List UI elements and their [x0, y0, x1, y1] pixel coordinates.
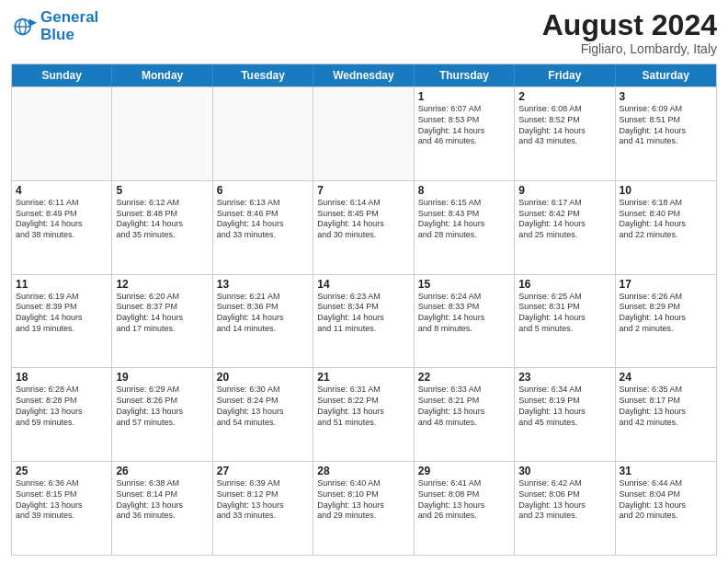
- day-info: Sunrise: 6:40 AM Sunset: 8:10 PM Dayligh…: [317, 478, 409, 522]
- day-cell-12: 12Sunrise: 6:20 AM Sunset: 8:37 PM Dayli…: [112, 275, 212, 368]
- empty-cell-0-3: [313, 87, 414, 180]
- day-cell-2: 2Sunrise: 6:08 AM Sunset: 8:52 PM Daylig…: [515, 87, 615, 180]
- day-info: Sunrise: 6:44 AM Sunset: 8:04 PM Dayligh…: [620, 478, 712, 522]
- day-number: 7: [317, 184, 409, 197]
- day-cell-8: 8Sunrise: 6:15 AM Sunset: 8:43 PM Daylig…: [415, 181, 515, 274]
- day-info: Sunrise: 6:31 AM Sunset: 8:22 PM Dayligh…: [317, 385, 409, 428]
- empty-cell-0-0: [12, 87, 112, 180]
- logo: General Blue: [11, 9, 98, 43]
- day-number: 11: [16, 278, 108, 291]
- day-cell-13: 13Sunrise: 6:21 AM Sunset: 8:36 PM Dayli…: [213, 275, 313, 368]
- day-number: 17: [620, 278, 712, 291]
- day-info: Sunrise: 6:17 AM Sunset: 8:42 PM Dayligh…: [518, 198, 610, 241]
- day-info: Sunrise: 6:18 AM Sunset: 8:40 PM Dayligh…: [620, 198, 712, 241]
- day-cell-9: 9Sunrise: 6:17 AM Sunset: 8:42 PM Daylig…: [515, 181, 615, 274]
- header-cell-monday: Monday: [112, 64, 212, 86]
- day-info: Sunrise: 6:20 AM Sunset: 8:37 PM Dayligh…: [116, 292, 208, 335]
- day-cell-29: 29Sunrise: 6:41 AM Sunset: 8:08 PM Dayli…: [415, 462, 515, 555]
- day-info: Sunrise: 6:33 AM Sunset: 8:21 PM Dayligh…: [418, 385, 510, 428]
- day-cell-10: 10Sunrise: 6:18 AM Sunset: 8:40 PM Dayli…: [616, 181, 716, 274]
- day-info: Sunrise: 6:34 AM Sunset: 8:19 PM Dayligh…: [518, 385, 610, 428]
- day-info: Sunrise: 6:42 AM Sunset: 8:06 PM Dayligh…: [518, 478, 610, 522]
- day-number: 25: [16, 465, 108, 477]
- week-row-1: 4Sunrise: 6:11 AM Sunset: 8:49 PM Daylig…: [12, 180, 716, 274]
- day-cell-18: 18Sunrise: 6:28 AM Sunset: 8:28 PM Dayli…: [12, 368, 112, 461]
- day-number: 15: [418, 278, 510, 291]
- day-cell-31: 31Sunrise: 6:44 AM Sunset: 8:04 PM Dayli…: [616, 462, 716, 555]
- header-cell-tuesday: Tuesday: [213, 64, 313, 86]
- day-number: 1: [418, 90, 510, 103]
- header-cell-wednesday: Wednesday: [313, 64, 414, 86]
- calendar: SundayMondayTuesdayWednesdayThursdayFrid…: [11, 63, 717, 556]
- day-info: Sunrise: 6:25 AM Sunset: 8:31 PM Dayligh…: [518, 292, 610, 335]
- header-cell-sunday: Sunday: [12, 64, 112, 86]
- location: Figliaro, Lombardy, Italy: [542, 41, 717, 56]
- day-info: Sunrise: 6:39 AM Sunset: 8:12 PM Dayligh…: [217, 478, 309, 522]
- logo-text: General Blue: [40, 9, 98, 43]
- day-info: Sunrise: 6:29 AM Sunset: 8:26 PM Dayligh…: [116, 385, 208, 428]
- day-cell-27: 27Sunrise: 6:39 AM Sunset: 8:12 PM Dayli…: [213, 462, 313, 555]
- day-cell-24: 24Sunrise: 6:35 AM Sunset: 8:17 PM Dayli…: [616, 368, 716, 461]
- day-cell-6: 6Sunrise: 6:13 AM Sunset: 8:46 PM Daylig…: [213, 181, 313, 274]
- logo-icon: [11, 14, 37, 40]
- day-number: 30: [518, 465, 610, 477]
- day-cell-21: 21Sunrise: 6:31 AM Sunset: 8:22 PM Dayli…: [313, 368, 414, 461]
- header-cell-friday: Friday: [515, 64, 615, 86]
- day-info: Sunrise: 6:08 AM Sunset: 8:52 PM Dayligh…: [518, 104, 610, 147]
- day-number: 14: [317, 278, 409, 291]
- day-cell-5: 5Sunrise: 6:12 AM Sunset: 8:48 PM Daylig…: [112, 181, 212, 274]
- day-number: 5: [116, 184, 208, 197]
- day-info: Sunrise: 6:36 AM Sunset: 8:15 PM Dayligh…: [16, 478, 108, 522]
- day-number: 19: [116, 371, 208, 384]
- calendar-body: 1Sunrise: 6:07 AM Sunset: 8:53 PM Daylig…: [12, 86, 716, 555]
- day-number: 27: [217, 465, 309, 477]
- day-number: 29: [418, 465, 510, 477]
- day-number: 6: [217, 184, 309, 197]
- day-info: Sunrise: 6:09 AM Sunset: 8:51 PM Dayligh…: [620, 104, 712, 147]
- day-number: 28: [317, 465, 409, 477]
- day-number: 2: [518, 90, 610, 103]
- page: General Blue August 2024 Figliaro, Lomba…: [0, 0, 728, 563]
- day-cell-28: 28Sunrise: 6:40 AM Sunset: 8:10 PM Dayli…: [313, 462, 414, 555]
- day-number: 12: [116, 278, 208, 291]
- day-info: Sunrise: 6:28 AM Sunset: 8:28 PM Dayligh…: [16, 385, 108, 428]
- day-cell-22: 22Sunrise: 6:33 AM Sunset: 8:21 PM Dayli…: [415, 368, 515, 461]
- day-info: Sunrise: 6:12 AM Sunset: 8:48 PM Dayligh…: [116, 198, 208, 241]
- header-cell-thursday: Thursday: [415, 64, 515, 86]
- day-info: Sunrise: 6:26 AM Sunset: 8:29 PM Dayligh…: [620, 292, 712, 335]
- day-info: Sunrise: 6:07 AM Sunset: 8:53 PM Dayligh…: [418, 104, 510, 147]
- day-number: 22: [418, 371, 510, 384]
- day-info: Sunrise: 6:23 AM Sunset: 8:34 PM Dayligh…: [317, 292, 409, 335]
- day-number: 21: [317, 371, 409, 384]
- day-info: Sunrise: 6:24 AM Sunset: 8:33 PM Dayligh…: [418, 292, 510, 335]
- svg-marker-3: [29, 18, 37, 26]
- week-row-0: 1Sunrise: 6:07 AM Sunset: 8:53 PM Daylig…: [12, 86, 716, 180]
- day-info: Sunrise: 6:15 AM Sunset: 8:43 PM Dayligh…: [418, 198, 510, 241]
- day-info: Sunrise: 6:21 AM Sunset: 8:36 PM Dayligh…: [217, 292, 309, 335]
- day-number: 10: [620, 184, 712, 197]
- day-cell-26: 26Sunrise: 6:38 AM Sunset: 8:14 PM Dayli…: [112, 462, 212, 555]
- day-cell-30: 30Sunrise: 6:42 AM Sunset: 8:06 PM Dayli…: [515, 462, 615, 555]
- day-info: Sunrise: 6:30 AM Sunset: 8:24 PM Dayligh…: [217, 385, 309, 428]
- empty-cell-0-1: [112, 87, 212, 180]
- day-cell-4: 4Sunrise: 6:11 AM Sunset: 8:49 PM Daylig…: [12, 181, 112, 274]
- day-info: Sunrise: 6:41 AM Sunset: 8:08 PM Dayligh…: [418, 478, 510, 522]
- week-row-4: 25Sunrise: 6:36 AM Sunset: 8:15 PM Dayli…: [12, 461, 716, 555]
- day-cell-16: 16Sunrise: 6:25 AM Sunset: 8:31 PM Dayli…: [515, 275, 615, 368]
- header: General Blue August 2024 Figliaro, Lomba…: [11, 9, 717, 56]
- day-number: 24: [620, 371, 712, 384]
- day-info: Sunrise: 6:13 AM Sunset: 8:46 PM Dayligh…: [217, 198, 309, 241]
- day-cell-20: 20Sunrise: 6:30 AM Sunset: 8:24 PM Dayli…: [213, 368, 313, 461]
- day-info: Sunrise: 6:35 AM Sunset: 8:17 PM Dayligh…: [620, 385, 712, 428]
- calendar-header: SundayMondayTuesdayWednesdayThursdayFrid…: [12, 64, 716, 86]
- day-number: 31: [620, 465, 712, 477]
- day-cell-17: 17Sunrise: 6:26 AM Sunset: 8:29 PM Dayli…: [616, 275, 716, 368]
- day-number: 26: [116, 465, 208, 477]
- day-number: 4: [16, 184, 108, 197]
- day-cell-15: 15Sunrise: 6:24 AM Sunset: 8:33 PM Dayli…: [415, 275, 515, 368]
- day-info: Sunrise: 6:38 AM Sunset: 8:14 PM Dayligh…: [116, 478, 208, 522]
- day-number: 20: [217, 371, 309, 384]
- day-number: 8: [418, 184, 510, 197]
- day-cell-3: 3Sunrise: 6:09 AM Sunset: 8:51 PM Daylig…: [616, 87, 716, 180]
- day-info: Sunrise: 6:11 AM Sunset: 8:49 PM Dayligh…: [16, 198, 108, 241]
